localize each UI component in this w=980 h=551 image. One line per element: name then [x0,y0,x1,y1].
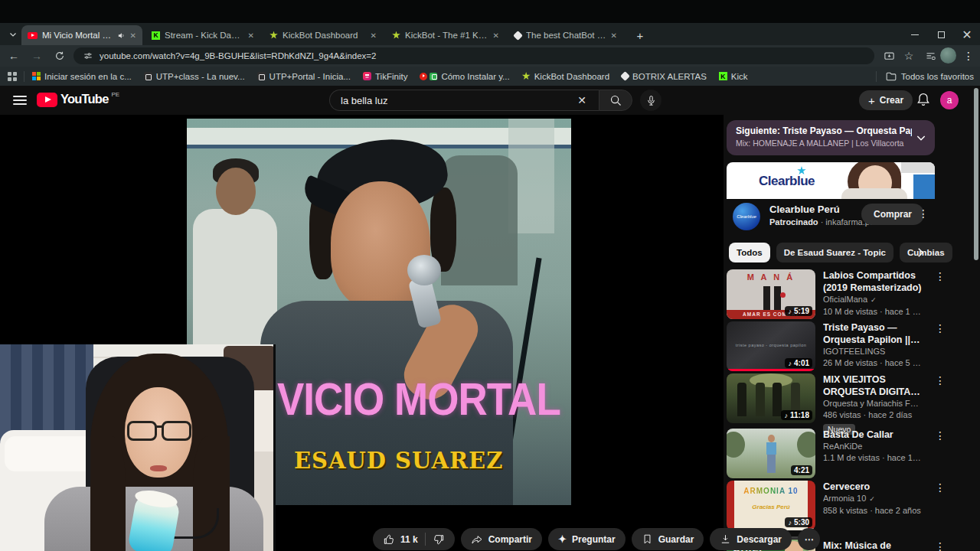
more-options-icon[interactable]: ⋮ [935,323,946,334]
suggestion-row[interactable]: M A N Á AMAR ES COMBAT ♪5:19 Labios Comp… [727,269,946,320]
search-box[interactable]: ✕ [329,90,599,111]
notifications-button[interactable] [916,92,931,107]
bookmark-tikfinity[interactable]: TikFinity [363,72,407,81]
ad-banner[interactable]: Clearblue [727,162,935,199]
ad-menu-icon[interactable]: ⋮ [918,208,929,219]
create-button[interactable]: + Crear [859,90,913,110]
more-options-icon[interactable]: ⋮ [935,482,946,493]
more-actions-button[interactable]: ⋯ [798,528,820,550]
verified-icon: ✓ [871,296,877,304]
more-options-icon[interactable]: ⋮ [935,541,946,551]
tab-kickbot-site[interactable]: KickBot - The #1 Kick Bot for C ✕ [386,25,505,45]
tab-close-icon[interactable]: ✕ [493,31,499,40]
send-to-device-button[interactable] [880,47,897,64]
apps-grid-icon[interactable] [8,72,17,81]
video-title[interactable]: Cervecero [823,481,923,493]
tab-kick-stream[interactable]: K Stream - Kick Dashboard ✕ [145,25,260,45]
suggestion-row[interactable]: ♪11:18 MIX VIEJITOS ORQUESTA DIGITAL FAM… [727,373,946,424]
bookmark-utp-portal[interactable]: UTP+Portal - Inicia... [257,72,351,81]
more-options-icon[interactable]: ⋮ [935,430,946,441]
video-title[interactable]: Basta De Callar [823,429,923,441]
botrix-icon [620,71,630,81]
tab-kickbot-dashboard[interactable]: KickBot Dashboard ✕ [263,25,383,45]
video-title[interactable]: Mix: Música de América Latina [823,540,923,551]
video-thumbnail[interactable]: triste payaso - orquesta papilon ♪4:01 [727,321,815,371]
chip-todos[interactable]: Todos [729,243,770,262]
tab-close-icon[interactable]: ✕ [248,31,254,40]
channel-name[interactable]: OficialMana✓ [823,294,923,306]
tab-close-icon[interactable]: ✕ [371,31,377,40]
voice-search-button[interactable] [640,90,662,111]
video-thumbnail[interactable]: ARMONIA 10 Gracias Perú ♪5:30 [727,481,815,530]
bookmark-como-instalar[interactable]: Cómo Instalar y... [420,72,509,81]
clearblue-logo: Clearblue [759,174,815,189]
browser-panel-button[interactable] [922,47,939,64]
bookmark-utp-class[interactable]: UTP+class - La nuev... [144,72,245,81]
share-button[interactable]: Compartir [461,528,542,550]
video-title[interactable]: MIX VIEJITOS ORQUESTA DIGITAL FAMA CHIMB… [823,373,923,398]
download-button[interactable]: Descargar [710,528,792,550]
suggestion-row[interactable]: triste payaso - orquesta papilon ♪4:01 T… [727,321,946,372]
bookmark-icon [642,533,653,545]
back-button[interactable]: ← [5,47,23,65]
reload-button[interactable] [51,47,69,65]
account-avatar[interactable]: a [940,91,959,109]
like-count[interactable]: 11 k [400,534,418,545]
site-settings-icon[interactable] [83,51,93,61]
more-options-icon[interactable]: ⋮ [935,375,946,386]
send-to-device-icon [884,51,895,62]
channel-name[interactable]: IGOTFEELINGS [823,346,923,357]
window-close-button[interactable]: ✕ [954,25,980,44]
tab-close-icon[interactable]: ✕ [611,31,617,40]
new-tab-button[interactable]: + [631,28,649,43]
channel-name[interactable]: Armonia 10✓ [823,493,923,505]
channel-name[interactable]: ReAnKiDe [823,441,923,452]
chip-esaud-suarez[interactable]: De Esaud Suarez - Topic [776,243,893,262]
url-text[interactable]: youtube.com/watch?v=4g_9B-BGUHE&list=RDh… [100,51,377,60]
up-next-panel[interactable]: Siguiente: Triste Payaso — Orquesta Papi… [727,120,935,155]
tab-youtube-video[interactable]: Mi Vicio Mortal (En Vivo) - ✕ [21,25,142,45]
suggestion-row[interactable]: 4:21 Basta De Callar ReAnKiDe 1.1 M de v… [727,429,946,479]
video-thumbnail[interactable]: 4:21 [727,429,815,478]
bookmark-kickbot-dashboard[interactable]: KickBot Dashboard [522,72,609,81]
video-meta: 10 M de vistas · hace 1 año [823,306,923,318]
ad-cta-button[interactable]: Comprar [861,204,924,225]
more-options-icon[interactable]: ⋮ [935,271,946,282]
ask-button[interactable]: ✦ Preguntar [548,528,626,550]
menu-button[interactable] [13,96,27,105]
forward-button[interactable]: → [28,47,46,65]
search-button[interactable] [599,90,632,111]
thumbs-down-icon[interactable] [433,533,445,546]
bookmarks-folder-all[interactable]: Todos los favoritos [876,67,974,86]
advertiser-avatar[interactable]: Clearblue [733,203,760,230]
channel-name[interactable]: Orquesta y Mariachis Fama De Chimbote... [823,398,923,409]
window-maximize-button[interactable] [928,25,954,44]
youtube-logo[interactable]: YouTube PE [37,92,119,107]
search-clear-icon[interactable]: ✕ [573,94,591,106]
advertiser-name[interactable]: Clearblue Perú [769,204,840,215]
bookmark-botrix-alertas[interactable]: BOTRIX ALERTAS [622,72,707,81]
tab-search-button[interactable] [5,27,21,42]
window-minimize-button[interactable] [902,25,928,44]
video-thumbnail[interactable]: M A N Á AMAR ES COMBAT ♪5:19 [727,269,815,319]
chevron-down-icon[interactable] [915,132,927,144]
browser-menu-button[interactable]: ⋮ [962,47,975,64]
tab-audio-icon[interactable] [117,31,126,40]
bookmark-iniciar-sesion[interactable]: Iniciar sesión en la c... [32,72,132,81]
tab-botrix[interactable]: The best ChatBot and Widgets ✕ [508,25,623,45]
search-input[interactable] [341,95,573,106]
save-button[interactable]: Guardar [632,528,704,550]
tab-close-icon[interactable]: ✕ [130,31,136,40]
bookmark-kick[interactable]: K Kick [719,72,748,81]
ad-info-row: Clearblue Clearblue Perú Patrocinado · i… [727,201,935,234]
video-title[interactable]: Labios Compartidos (2019 Remasterizado) [823,269,923,294]
thumbs-up-icon[interactable] [383,533,395,546]
browser-profile-avatar[interactable] [940,47,956,64]
page-scrollbar[interactable] [974,88,978,260]
chips-scroll-right-icon[interactable] [913,244,927,261]
video-title[interactable]: Triste Payaso — Orquesta Papilon || (sub… [823,321,923,346]
address-bar[interactable]: youtube.com/watch?v=4g_9B-BGUHE&list=RDh… [74,47,874,64]
bookmark-page-button[interactable]: ☆ [900,47,917,64]
suggestion-row[interactable]: ARMONIA 10 Gracias Perú ♪5:30 Cervecero … [727,481,946,531]
video-thumbnail[interactable]: ♪11:18 [727,373,815,423]
